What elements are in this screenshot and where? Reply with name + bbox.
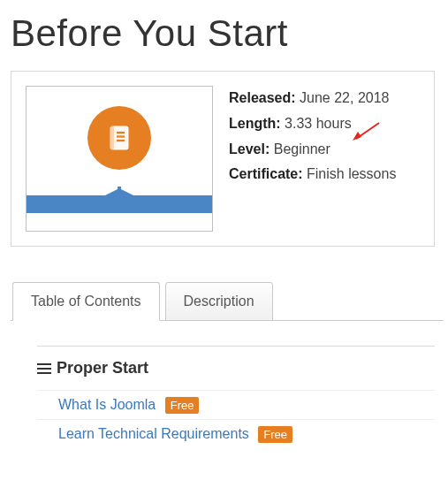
page-title: Before You Start xyxy=(11,12,448,55)
meta-released: Released: June 22, 2018 xyxy=(229,86,423,111)
meta-certificate: Certificate: Finish lessons xyxy=(229,162,423,187)
graduation-cap-icon xyxy=(100,187,139,218)
svg-rect-10 xyxy=(37,368,51,370)
svg-rect-11 xyxy=(37,372,51,374)
course-meta: Released: June 22, 2018 Length: 3.33 hou… xyxy=(229,86,423,232)
meta-label: Certificate: xyxy=(229,166,303,181)
tab-table-of-contents[interactable]: Table of Contents xyxy=(12,282,160,321)
free-badge: Free xyxy=(165,397,200,414)
toc-section: Proper Start What Is Joomla Free Learn T… xyxy=(37,346,435,448)
meta-label: Length: xyxy=(229,116,281,131)
lesson-link[interactable]: Learn Technical Requirements xyxy=(58,426,249,441)
section-title: Proper Start xyxy=(37,359,435,377)
lesson-row: What Is Joomla Free xyxy=(37,390,435,419)
meta-value: Beginner xyxy=(274,141,330,156)
svg-rect-1 xyxy=(110,126,115,150)
lesson-link[interactable]: What Is Joomla xyxy=(58,397,156,412)
meta-length: Length: 3.33 hours xyxy=(229,111,423,137)
meta-value: 3.33 hours xyxy=(285,116,352,131)
book-icon xyxy=(87,106,151,170)
svg-rect-9 xyxy=(37,363,51,365)
section-title-text: Proper Start xyxy=(57,359,148,377)
meta-value: Finish lessons xyxy=(307,166,396,181)
tab-content: Proper Start What Is Joomla Free Learn T… xyxy=(11,320,444,457)
free-badge: Free xyxy=(258,426,292,443)
meta-label: Released: xyxy=(229,90,296,105)
meta-value: June 22, 2018 xyxy=(300,90,389,105)
svg-rect-6 xyxy=(118,187,121,190)
meta-level: Level: Beginner xyxy=(229,137,423,163)
course-card: Released: June 22, 2018 Length: 3.33 hou… xyxy=(11,71,435,247)
tab-description[interactable]: Description xyxy=(165,282,273,321)
list-icon xyxy=(37,362,51,375)
tab-bar: Table of Contents Description xyxy=(12,282,448,321)
lesson-row: Learn Technical Requirements Free xyxy=(37,419,435,448)
meta-label: Level: xyxy=(229,141,270,156)
course-thumbnail xyxy=(26,86,213,232)
